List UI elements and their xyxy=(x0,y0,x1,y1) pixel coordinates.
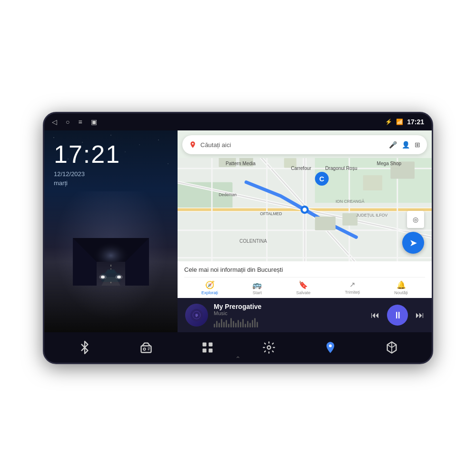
svg-point-43 xyxy=(303,208,307,212)
google-maps-icon xyxy=(189,141,197,149)
music-player: ♪ My Prerogative Music xyxy=(178,298,432,332)
dock-maps[interactable] xyxy=(319,336,342,359)
svg-point-61 xyxy=(143,348,146,350)
svg-text:COLENTINA: COLENTINA xyxy=(239,238,267,244)
dock-bluetooth[interactable] xyxy=(73,336,96,359)
nav-screenshot-icon[interactable]: ▣ xyxy=(91,118,97,126)
album-art: ♪ xyxy=(185,304,208,327)
navigate-icon: ➤ xyxy=(409,237,417,248)
updates-label: Noutăți xyxy=(394,290,408,295)
maps-search-bar[interactable]: Căutați aici 🎤 👤 ⊞ xyxy=(182,135,427,154)
svg-rect-64 xyxy=(202,343,206,347)
explore-label: Explorați xyxy=(201,290,218,295)
svg-text:ION CREANGĂ: ION CREANGĂ xyxy=(336,199,365,204)
start-label: Start xyxy=(253,290,262,295)
play-pause-button[interactable]: ⏸ xyxy=(387,305,408,326)
clock-section: 17:21 12/12/2023 marți xyxy=(44,130,178,191)
svg-rect-38 xyxy=(363,175,382,190)
map-layer-button[interactable]: ◎ xyxy=(407,211,424,228)
nav-menu-icon[interactable]: ≡ xyxy=(78,118,82,126)
bookmark-icon: 🔖 xyxy=(298,280,308,289)
svg-rect-67 xyxy=(208,348,212,352)
map-svg: C Google Dragonul Roșu Mega Shop Carrefo… xyxy=(178,158,432,261)
dock-settings[interactable] xyxy=(258,336,280,359)
maps-nav-bar: 🧭 Explorați 🚌 Start 🔖 Salvate ↗ Trimiteț… xyxy=(184,277,425,295)
clock-time: 17:21 xyxy=(54,140,168,169)
svg-rect-65 xyxy=(208,343,212,347)
music-waveform xyxy=(214,318,365,327)
nav-back-icon[interactable]: ◁ xyxy=(52,118,57,126)
dock-radio[interactable] xyxy=(135,336,158,359)
svg-text:JUDEȚUL ILFOV: JUDEȚUL ILFOV xyxy=(356,213,387,218)
transit-icon: 🚌 xyxy=(252,280,262,289)
prev-track-button[interactable]: ⏮ xyxy=(371,310,379,320)
car-image-section xyxy=(44,191,178,332)
svg-rect-66 xyxy=(202,348,206,352)
bluetooth-icon: ⚡ xyxy=(385,119,392,125)
status-bar: ◁ ○ ≡ ▣ ⚡ 📶 17:21 xyxy=(44,113,432,130)
nav-item-explorați[interactable]: 🧭 Explorați xyxy=(201,280,218,295)
maps-info-title: Cele mai noi informații din București xyxy=(184,266,425,273)
svg-rect-60 xyxy=(141,346,151,353)
nav-item-salvate[interactable]: 🔖 Salvate xyxy=(296,280,310,295)
dock-3d[interactable] xyxy=(380,336,403,359)
explore-icon: 🧭 xyxy=(205,280,215,289)
music-info: My Prerogative Music xyxy=(214,303,365,327)
svg-text:OFTALMED: OFTALMED xyxy=(260,211,282,216)
svg-rect-36 xyxy=(315,217,336,230)
mic-icon[interactable]: 🎤 xyxy=(389,141,397,149)
layers-icon[interactable]: ⊞ xyxy=(415,141,420,149)
search-action-icons: 🎤 👤 ⊞ xyxy=(389,141,420,149)
main-content: 17:21 12/12/2023 marți xyxy=(44,130,432,332)
android-auto-panel: C Google Dragonul Roșu Mega Shop Carrefo… xyxy=(178,130,432,332)
maps-info-bar: Cele mai noi informații din București 🧭 … xyxy=(178,261,432,298)
account-icon[interactable]: 👤 xyxy=(402,141,410,149)
lock-screen-panel: 17:21 12/12/2023 marți xyxy=(44,130,178,332)
svg-text:♪: ♪ xyxy=(196,313,198,318)
svg-text:Dedeman: Dedeman xyxy=(219,192,237,197)
bottom-dock: ⌃ xyxy=(44,332,432,363)
car-illustration xyxy=(73,238,149,286)
car-head-unit: ◁ ○ ≡ ▣ ⚡ 📶 17:21 17:21 12/12/2023 marți xyxy=(43,112,433,364)
layer-icon: ◎ xyxy=(413,216,418,223)
dock-apps[interactable] xyxy=(196,336,219,359)
pause-icon: ⏸ xyxy=(393,310,403,321)
svg-text:C: C xyxy=(319,175,325,183)
nav-item-noutăți[interactable]: 🔔 Noutăți xyxy=(394,280,408,295)
saved-label: Salvate xyxy=(296,290,310,295)
svg-point-69 xyxy=(329,345,332,347)
maps-section[interactable]: C Google Dragonul Roșu Mega Shop Carrefo… xyxy=(178,130,432,261)
share-icon: ↗ xyxy=(349,280,356,289)
status-indicators: ⚡ 📶 17:21 xyxy=(385,118,424,126)
clock-date: 12/12/2023 xyxy=(54,170,168,178)
dock-chevron-icon[interactable]: ⌃ xyxy=(235,355,241,363)
svg-text:Carrefour: Carrefour xyxy=(291,166,311,171)
svg-text:Mega Shop: Mega Shop xyxy=(377,161,402,166)
nav-item-trimiteți[interactable]: ↗ Trimiteți xyxy=(345,280,360,295)
svg-text:Dragonul Roșu: Dragonul Roșu xyxy=(325,166,357,171)
music-subtitle: Music xyxy=(214,310,365,316)
svg-point-55 xyxy=(192,143,193,144)
music-title: My Prerogative xyxy=(214,303,365,310)
nav-buttons: ◁ ○ ≡ ▣ xyxy=(52,118,97,126)
svg-point-68 xyxy=(267,346,270,349)
next-track-button[interactable]: ⏭ xyxy=(416,310,424,320)
status-time: 17:21 xyxy=(407,118,424,126)
svg-rect-37 xyxy=(342,213,357,226)
nav-item-start[interactable]: 🚌 Start xyxy=(252,280,262,295)
music-controls: ⏮ ⏸ ⏭ xyxy=(371,305,424,326)
map-canvas: C Google Dragonul Roșu Mega Shop Carrefo… xyxy=(178,158,432,261)
map-locate-button[interactable]: ➤ xyxy=(402,232,424,254)
day-name: marți xyxy=(54,179,168,187)
share-label: Trimiteți xyxy=(345,290,360,295)
search-placeholder: Căutați aici xyxy=(200,141,389,149)
nav-home-icon[interactable]: ○ xyxy=(66,118,69,126)
svg-text:Pattern Media: Pattern Media xyxy=(226,161,256,166)
updates-icon: 🔔 xyxy=(397,280,406,289)
wifi-icon: 📶 xyxy=(396,119,403,125)
